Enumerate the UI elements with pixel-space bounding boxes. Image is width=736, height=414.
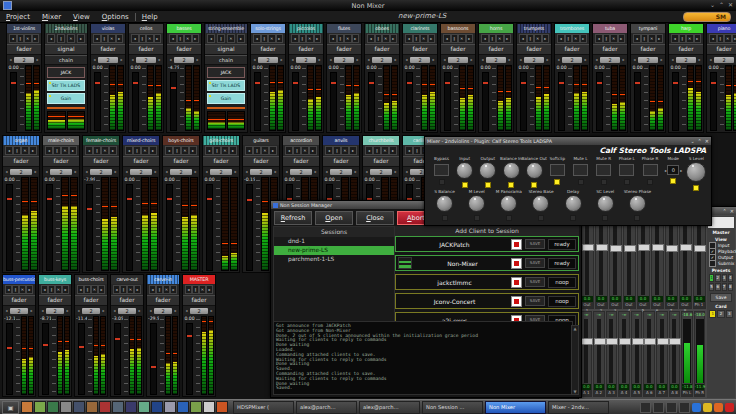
move-right-button[interactable]: ▸ (352, 34, 360, 43)
gain-spinner[interactable]: ◂2▸ (147, 306, 179, 315)
hdsp-fader-handle[interactable] (669, 338, 681, 345)
hdsp-fader-track[interactable] (627, 224, 631, 295)
fader-track[interactable] (368, 72, 375, 131)
strip-header[interactable]: organ (3, 136, 39, 145)
launcher-icon[interactable] (73, 401, 85, 413)
move-right-button[interactable]: ▸ (656, 34, 664, 43)
fader-handle[interactable] (47, 198, 52, 200)
plugin-titlebar[interactable]: Mixer - 2ndviolins - Plugin: Calf Stereo… (425, 137, 711, 145)
spin-left-icon[interactable]: ◂ (480, 57, 485, 62)
hdsp-view-submix[interactable]: Submix (707, 260, 735, 266)
strip-header[interactable]: piano (707, 24, 736, 33)
close-icon[interactable]: ✕ (730, 208, 734, 214)
gain-spinner[interactable]: ◂2▸ (323, 167, 359, 176)
move-right-button[interactable]: ▸ (154, 34, 162, 43)
move-left-button[interactable]: ◂ (169, 34, 177, 43)
spin-right-icon[interactable]: ▸ (157, 57, 162, 62)
spin-right-icon[interactable]: ▸ (279, 57, 284, 62)
gain-spinner[interactable]: ◂2▸ (593, 55, 627, 64)
pan-button[interactable]: ∥ (17, 34, 25, 43)
fader-handle[interactable] (95, 82, 100, 84)
module-gain[interactable]: Gain (47, 93, 85, 104)
hdsp-fader-handle[interactable] (632, 338, 644, 345)
hdsp-fader-handle[interactable] (610, 245, 622, 252)
fader-handle[interactable] (247, 199, 252, 201)
menu-help[interactable]: Help (135, 13, 164, 21)
gain-spinner[interactable]: ◂2▸ (289, 55, 323, 64)
spin-left-icon[interactable]: ◂ (204, 169, 209, 174)
preset-button[interactable]: 4 (728, 274, 733, 282)
remove-button[interactable]: ✕ (420, 34, 428, 43)
pan-button[interactable]: ∥ (373, 146, 381, 155)
launcher-icon[interactable] (112, 401, 124, 413)
pager-cell[interactable] (679, 402, 690, 413)
fader-track[interactable] (206, 184, 213, 271)
tray-icon[interactable] (714, 403, 723, 412)
move-left-button[interactable]: ◂ (77, 285, 84, 294)
fader-track[interactable] (114, 323, 121, 395)
tab-fader[interactable]: fader (283, 156, 319, 167)
spin-right-icon[interactable]: ▸ (273, 169, 278, 174)
fader-handle[interactable] (187, 335, 192, 337)
checkbox-icon[interactable] (709, 260, 716, 267)
spin-left-icon[interactable]: ◂ (404, 169, 409, 174)
launcher-icon[interactable] (125, 401, 137, 413)
spin-right-icon[interactable]: ▸ (313, 169, 318, 174)
strip-header[interactable]: 2ndviolins (45, 24, 87, 33)
spin-right-icon[interactable]: ▸ (317, 57, 322, 62)
pan-button[interactable]: ∥ (253, 146, 261, 155)
tab-fader[interactable]: fader (183, 295, 215, 306)
remove-button[interactable]: ✕ (199, 285, 206, 294)
fader-handle[interactable] (167, 198, 172, 200)
spin-left-icon[interactable]: ◂ (76, 308, 81, 313)
pan-button[interactable]: ∥ (261, 34, 269, 43)
fader-handle[interactable] (255, 82, 260, 84)
tab-fader[interactable]: fader (555, 44, 589, 55)
gain-spinner[interactable]: ◂2▸ (111, 306, 143, 315)
launcher-icon[interactable] (47, 401, 59, 413)
move-left-button[interactable]: ◂ (207, 34, 215, 43)
pan-button[interactable]: ∥ (641, 34, 649, 43)
fader-track[interactable] (254, 72, 261, 131)
gain-spinner[interactable]: ◂2▸ (123, 167, 159, 176)
pan-button[interactable]: ∥ (717, 34, 725, 43)
toggle-button[interactable] (434, 164, 449, 176)
close-icon[interactable]: ✕ (728, 1, 733, 8)
fader-handle[interactable] (407, 82, 412, 84)
hdsp-fader-handle[interactable] (581, 338, 593, 345)
shade-icon[interactable]: ⌄ (710, 1, 715, 8)
tab-fader[interactable]: fader (251, 44, 285, 55)
client-checkbox[interactable] (511, 258, 522, 269)
fader-handle[interactable] (293, 82, 298, 84)
move-right-button[interactable]: ▸ (694, 34, 702, 43)
spin-right-icon[interactable]: ▸ (33, 169, 38, 174)
strip-header[interactable]: MASTER (183, 275, 215, 284)
pager-cell[interactable] (640, 402, 651, 413)
gain-spinner[interactable]: ◂2▸ (167, 55, 201, 64)
strip-header[interactable]: flutes (327, 24, 361, 33)
gain-spinner[interactable]: ◂2▸ (3, 306, 35, 315)
client-save-button[interactable]: SAVE (525, 277, 545, 287)
fader-handle[interactable] (521, 82, 526, 84)
maximize-icon[interactable]: ⌃ (719, 1, 724, 8)
move-right-button[interactable]: ▸ (732, 34, 736, 43)
fader-handle[interactable] (43, 344, 48, 346)
client-save-button[interactable]: SAVE (525, 296, 545, 306)
hdsp-fader-track[interactable] (683, 224, 687, 295)
fader-handle[interactable] (127, 198, 132, 200)
fader-track[interactable] (10, 72, 17, 131)
fader-track[interactable] (330, 72, 337, 131)
knob[interactable] (526, 162, 543, 179)
fader-handle[interactable] (369, 82, 374, 84)
move-left-button[interactable]: ◂ (125, 146, 133, 155)
pan-button[interactable]: ∥ (527, 34, 535, 43)
remove-button[interactable]: ✕ (648, 34, 656, 43)
hdsp-fader-handle[interactable] (582, 244, 594, 251)
move-right-button[interactable]: ▸ (542, 34, 550, 43)
card-button[interactable]: 2 (717, 310, 724, 318)
hdsp-fader-track[interactable] (697, 224, 701, 295)
move-right-button[interactable]: ▸ (189, 146, 197, 155)
tab-fader[interactable]: fader (111, 295, 143, 306)
tab-fader[interactable]: fader (75, 295, 107, 306)
move-right-button[interactable]: ▸ (390, 34, 398, 43)
